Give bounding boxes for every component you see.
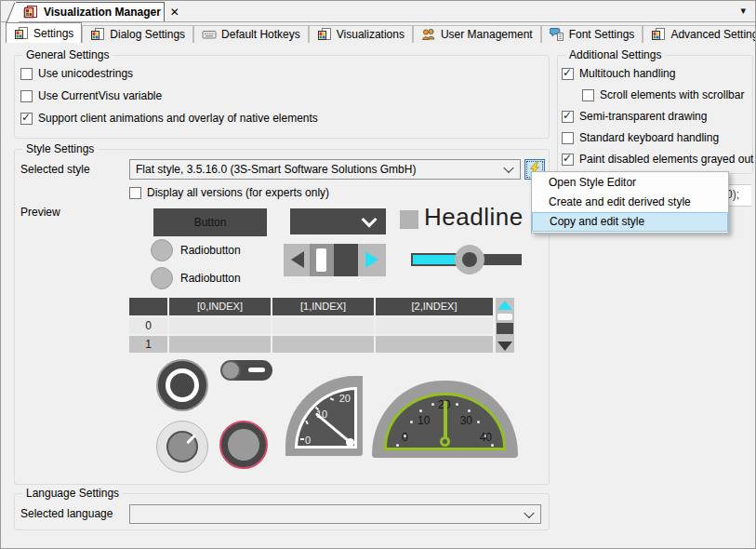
tab-settings[interactable]: Settings [6, 22, 82, 43]
chevron-down-icon [524, 507, 534, 517]
keyboard-icon [202, 27, 217, 42]
preview-slider [411, 244, 522, 275]
gauge-tick-label: 40 [480, 431, 492, 444]
checkbox-use-currentvisu-variable[interactable]: Use CurrentVisu variable [20, 89, 162, 102]
gauge-tick [330, 397, 334, 401]
table-header-cell: [2,INDEX] [376, 298, 493, 315]
checkbox-label: Support client animations and overlay of… [38, 112, 318, 125]
preview-headline: Headline [424, 203, 524, 232]
preview-dropdown [290, 208, 386, 234]
selected-style-label: Selected style [20, 163, 90, 176]
preview-toggle-switch [222, 360, 272, 381]
gauge-tick [305, 421, 309, 424]
gauge-tick-label: 30 [460, 414, 472, 427]
gauge-tick-label: 10 [418, 414, 430, 427]
checkbox-support-client-animations[interactable]: Support client animations and overlay of… [20, 112, 318, 125]
selected-language-combobox[interactable] [129, 504, 541, 524]
visualization-manager-window: Visualization Manager ✕ ▾ Settings Dialo… [0, 0, 756, 549]
checkbox[interactable] [20, 90, 33, 102]
document-tab-bar: Visualization Manager ✕ ▾ [1, 1, 755, 22]
additional-settings-group: Additional Settings Multitouch handling … [557, 55, 753, 174]
preview-half-gauge: 0 10 20 30 40 [372, 381, 518, 458]
checkbox[interactable] [562, 132, 574, 144]
gauge-tick [300, 438, 304, 440]
group-title: Style Settings [22, 142, 98, 155]
preview-radiobutton-label: Radiobutton [180, 244, 241, 257]
gauge-tick [456, 403, 458, 406]
checkbox-multitouch-handling[interactable]: Multitouch handling [562, 67, 675, 80]
gauge-tick [468, 409, 471, 412]
tab-list-dropdown-icon[interactable]: ▾ [740, 5, 746, 17]
knob-pointer [166, 431, 198, 462]
tab-visualizations[interactable]: Visualizations [309, 25, 413, 43]
checkbox-use-unicodestrings[interactable]: Use unicodestrings [20, 67, 133, 80]
preview-label: Preview [20, 206, 60, 219]
visualization-grid-icon [90, 27, 105, 42]
checkbox[interactable] [562, 111, 574, 123]
style-context-menu: Open Style Editor Create and edit derive… [531, 171, 729, 234]
checkbox-semi-transparent-drawing[interactable]: Semi-transparent drawing [562, 110, 707, 123]
tab-default-hotkeys[interactable]: Default Hotkeys [193, 25, 309, 43]
round-button-ring [166, 368, 199, 402]
tab-font-settings[interactable]: Font Settings [541, 25, 643, 43]
arrow-left-icon [291, 251, 304, 268]
chevron-down-icon [362, 212, 378, 228]
visualization-grid-icon [651, 27, 666, 42]
scrollbar-block [497, 323, 513, 334]
preview-checkbox-square [400, 210, 418, 229]
tab-user-management[interactable]: User Management [413, 25, 541, 43]
tab-label: Visualizations [337, 28, 405, 41]
tab-strip: Settings Dialog Settings Default Hotkeys… [6, 22, 755, 43]
checkbox[interactable] [20, 68, 33, 80]
close-icon[interactable]: ✕ [170, 6, 179, 19]
checkbox-label: Use CurrentVisu variable [38, 89, 162, 102]
menu-item-create-derived-style[interactable]: Create and edit derived style [532, 193, 728, 212]
users-icon [421, 27, 436, 42]
checkbox[interactable] [129, 187, 141, 199]
table-header-cell: [1,INDEX] [272, 298, 374, 315]
visualization-manager-icon [23, 5, 38, 20]
gauge-tick [410, 421, 413, 423]
selected-language-label: Selected language [20, 507, 113, 520]
table-cell [169, 336, 271, 353]
combobox-value: Flat style, 3.5.16.0 (3S-Smart Software … [136, 163, 416, 176]
checkbox-label: Semi-transparent drawing [579, 110, 707, 123]
menu-item-copy-and-edit-style[interactable]: Copy and edit style [532, 212, 728, 232]
font-bubble-icon [550, 27, 564, 42]
arrow-right-icon [365, 251, 378, 268]
preview-radiobutton [151, 239, 173, 261]
table-header-cell [129, 298, 167, 315]
checkbox[interactable] [562, 154, 574, 166]
checkbox[interactable] [20, 113, 33, 125]
checkbox[interactable] [562, 68, 574, 80]
scroll-down-icon [497, 341, 512, 351]
toggle-slot [248, 368, 265, 372]
gauge-tick-label: 0 [402, 431, 408, 444]
checkbox[interactable] [582, 89, 594, 101]
tab-advanced-settings[interactable]: Advanced Settings [643, 25, 756, 43]
gauge-tick [431, 403, 434, 406]
spin-thumb [316, 248, 326, 272]
preview-radiobutton-label: Radiobutton [180, 272, 241, 285]
checkbox-display-all-versions[interactable]: Display all versions (for experts only) [129, 186, 329, 199]
checkbox-label: Standard keyboard handling [579, 131, 719, 144]
group-title: Language Settings [22, 487, 123, 500]
table-cell [272, 317, 374, 334]
document-tab-visualization-manager[interactable]: Visualization Manager ✕ [16, 2, 165, 21]
menu-item-open-style-editor[interactable]: Open Style Editor [532, 173, 728, 193]
checkbox-standard-keyboard-handling[interactable]: Standard keyboard handling [562, 131, 719, 144]
spin-track [310, 244, 334, 276]
preview-table: [0,INDEX] [1,INDEX] [2,INDEX] 0 1 [129, 298, 493, 353]
checkbox-paint-disabled-elements[interactable]: Paint disabled elements grayed out [562, 153, 753, 166]
preview-round-button [156, 359, 208, 411]
document-tab-title: Visualization Manager [44, 6, 161, 19]
tab-dialog-settings[interactable]: Dialog Settings [82, 25, 193, 43]
gauge-tick-label: 0 [305, 435, 311, 446]
table-cell [169, 317, 271, 334]
table-header-cell: [0,INDEX] [169, 298, 271, 315]
checkbox-label: Paint disabled elements grayed out [579, 153, 753, 166]
selected-style-combobox[interactable]: Flat style, 3.5.16.0 (3S-Smart Software … [129, 159, 521, 180]
scroll-up-icon [497, 301, 512, 310]
checkbox-scroll-elements-with-scrollbar[interactable]: Scroll elements with scrollbar [582, 88, 744, 101]
table-cell [272, 336, 374, 353]
